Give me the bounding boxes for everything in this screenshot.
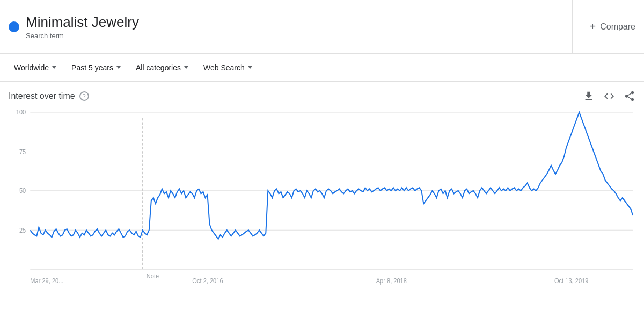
- chart-container: 100 75 50 25 Note Mar 29, 20... Oct 2, 2…: [9, 106, 635, 289]
- chart-actions: [583, 90, 635, 102]
- svg-text:50: 50: [19, 188, 26, 195]
- download-icon[interactable]: [583, 90, 595, 102]
- search-term-block: Minimalist Jewelry Search term: [9, 0, 573, 53]
- search-type-filter[interactable]: Web Search: [198, 60, 258, 75]
- category-filter[interactable]: All categories: [130, 60, 194, 75]
- term-text-block: Minimalist Jewelry Search term: [26, 14, 139, 40]
- time-chevron-icon: [116, 66, 121, 69]
- compare-plus-icon: +: [590, 20, 596, 33]
- svg-text:25: 25: [19, 227, 26, 234]
- location-label: Worldwide: [14, 63, 49, 72]
- search-type-chevron-icon: [248, 66, 252, 69]
- chart-header: Interest over time ?: [9, 90, 635, 102]
- search-term-dot: [9, 21, 19, 32]
- location-filter[interactable]: Worldwide: [9, 60, 62, 75]
- trend-line: [30, 112, 633, 239]
- svg-text:Apr 8, 2018: Apr 8, 2018: [376, 278, 407, 285]
- location-chevron-icon: [52, 66, 56, 69]
- chart-title: Interest over time: [9, 91, 75, 101]
- svg-text:Note: Note: [147, 273, 159, 280]
- compare-label: Compare: [600, 22, 635, 32]
- chart-section: Interest over time ?: [0, 82, 644, 289]
- svg-text:75: 75: [19, 148, 26, 155]
- compare-button[interactable]: + Compare: [573, 20, 636, 33]
- chart-title-group: Interest over time ?: [9, 91, 89, 101]
- svg-text:Oct 2, 2016: Oct 2, 2016: [192, 278, 223, 285]
- svg-text:Oct 13, 2019: Oct 13, 2019: [554, 278, 588, 285]
- header: Minimalist Jewelry Search term + Compare: [0, 0, 644, 54]
- category-label: All categories: [136, 63, 181, 72]
- embed-icon[interactable]: [603, 90, 615, 102]
- svg-text:100: 100: [16, 109, 26, 116]
- search-term-subtitle: Search term: [26, 32, 139, 40]
- share-icon[interactable]: [624, 90, 635, 102]
- category-chevron-icon: [184, 66, 188, 69]
- search-type-label: Web Search: [203, 63, 245, 72]
- interest-over-time-chart: 100 75 50 25 Note Mar 29, 20... Oct 2, 2…: [9, 106, 635, 289]
- svg-text:Mar 29, 20...: Mar 29, 20...: [30, 278, 63, 285]
- help-icon[interactable]: ?: [79, 91, 89, 101]
- search-term-title: Minimalist Jewelry: [26, 14, 139, 31]
- time-label: Past 5 years: [71, 63, 113, 72]
- filter-bar: Worldwide Past 5 years All categories We…: [0, 54, 644, 82]
- time-filter[interactable]: Past 5 years: [66, 60, 126, 75]
